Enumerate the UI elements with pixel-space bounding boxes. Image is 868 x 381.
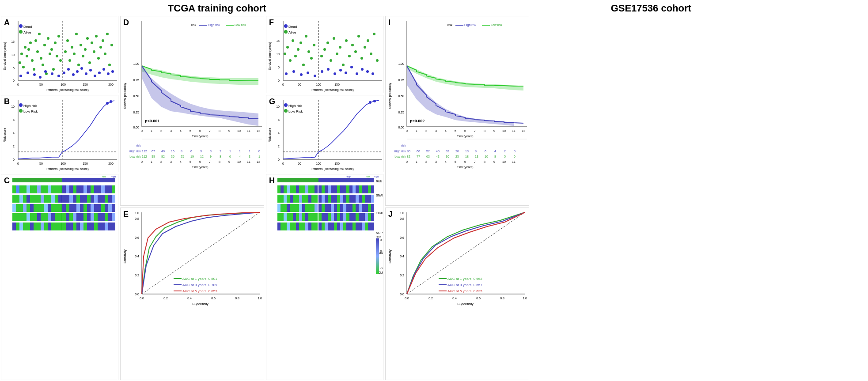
svg-rect-180 bbox=[51, 204, 55, 212]
svg-text:0.6: 0.6 bbox=[135, 236, 139, 239]
svg-point-418 bbox=[371, 72, 374, 75]
panel-c-svg: Risk SNAPC5 bbox=[1, 174, 118, 287]
svg-point-78 bbox=[111, 70, 114, 73]
svg-text:3: 3 bbox=[435, 160, 437, 163]
svg-rect-113 bbox=[27, 185, 30, 193]
svg-text:0: 0 bbox=[406, 129, 408, 132]
svg-text:High: High bbox=[346, 175, 351, 178]
svg-rect-212 bbox=[58, 213, 62, 221]
panel-i-svg: 0.00 0.25 0.50 0.75 1.00 0 1 2 3 4 5 6 7… bbox=[386, 16, 529, 206]
svg-point-57 bbox=[106, 33, 109, 35]
svg-rect-197 bbox=[112, 204, 115, 212]
content-row: A 0 5 10 15 0 50 100 150 bbox=[0, 15, 868, 381]
svg-rect-154 bbox=[66, 195, 69, 203]
svg-rect-231 bbox=[19, 223, 23, 230]
svg-rect-592 bbox=[322, 223, 325, 230]
svg-rect-250 bbox=[87, 223, 91, 230]
svg-text:0: 0 bbox=[278, 79, 280, 82]
svg-rect-479 bbox=[368, 185, 371, 193]
svg-text:1: 1 bbox=[239, 150, 241, 153]
svg-point-19 bbox=[27, 48, 30, 51]
svg-text:3: 3 bbox=[200, 150, 202, 153]
auc-5yr-gse: AUC at 5 years: 0.635 bbox=[447, 289, 482, 293]
svg-rect-585 bbox=[299, 223, 302, 230]
svg-rect-196 bbox=[108, 204, 112, 212]
svg-text:1.0: 1.0 bbox=[258, 297, 262, 300]
svg-rect-238 bbox=[44, 223, 48, 230]
svg-text:10: 10 bbox=[237, 129, 241, 132]
svg-text:15: 15 bbox=[276, 39, 280, 42]
svg-text:Low Risk: Low Risk bbox=[23, 109, 38, 113]
svg-point-103 bbox=[19, 109, 23, 113]
svg-text:SNAPC5: SNAPC5 bbox=[376, 194, 383, 197]
svg-text:40: 40 bbox=[436, 150, 440, 153]
main-container: TCGA training cohort GSE17536 cohort A 0 bbox=[0, 0, 868, 381]
tcga-left-column: A 0 5 10 15 0 50 100 150 bbox=[0, 15, 119, 381]
svg-rect-178 bbox=[44, 204, 48, 212]
svg-rect-543 bbox=[368, 204, 371, 212]
svg-rect-518 bbox=[290, 204, 293, 212]
svg-rect-487 bbox=[293, 195, 296, 203]
svg-rect-544 bbox=[371, 204, 374, 212]
svg-rect-535 bbox=[343, 204, 346, 212]
svg-text:Survival time (years): Survival time (years) bbox=[3, 42, 7, 70]
svg-rect-609 bbox=[376, 238, 379, 274]
svg-point-100 bbox=[106, 102, 109, 105]
svg-text:p=0.002: p=0.002 bbox=[410, 119, 425, 123]
svg-text:High risk: High risk bbox=[288, 104, 303, 108]
svg-rect-460 bbox=[308, 185, 311, 193]
svg-point-16 bbox=[22, 66, 25, 68]
svg-rect-490 bbox=[302, 195, 305, 203]
svg-text:8: 8 bbox=[494, 155, 496, 158]
svg-text:p<0.001: p<0.001 bbox=[145, 119, 159, 123]
svg-text:36: 36 bbox=[171, 155, 174, 158]
svg-rect-157 bbox=[76, 195, 80, 203]
svg-text:Time(years): Time(years) bbox=[192, 135, 208, 138]
svg-rect-502 bbox=[340, 195, 343, 203]
svg-rect-572 bbox=[359, 213, 362, 221]
svg-text:Survival time (years): Survival time (years) bbox=[268, 42, 272, 70]
svg-rect-186 bbox=[73, 204, 76, 212]
svg-text:7: 7 bbox=[209, 129, 211, 132]
svg-text:1: 1 bbox=[249, 150, 250, 153]
svg-rect-603 bbox=[356, 223, 359, 230]
svg-text:Patients (increasing risk scor: Patients (increasing risk score) bbox=[311, 167, 354, 171]
svg-text:4: 4 bbox=[494, 150, 496, 153]
svg-text:4: 4 bbox=[180, 160, 182, 163]
panel-e: E 0.0 0.2 0.4 0.6 0.8 1.0 0.0 0.2 bbox=[120, 207, 264, 380]
svg-rect-568 bbox=[346, 213, 349, 221]
svg-rect-110 bbox=[16, 185, 19, 193]
svg-point-406 bbox=[300, 73, 303, 76]
svg-rect-604 bbox=[359, 223, 362, 230]
svg-rect-504 bbox=[346, 195, 349, 203]
svg-text:10: 10 bbox=[11, 105, 15, 108]
svg-point-49 bbox=[88, 61, 91, 64]
tcga-middle-column: D 0.00 0.25 0.50 0.75 1.00 0 1 2 3 4 bbox=[119, 15, 265, 381]
svg-rect-482 bbox=[277, 195, 280, 203]
svg-rect-166 bbox=[108, 195, 112, 203]
panel-g: G 0 2 4 6 10 0 50 100 150 Risk score bbox=[266, 95, 383, 172]
svg-rect-567 bbox=[343, 213, 346, 221]
svg-rect-149 bbox=[48, 195, 51, 203]
panel-i: I 0.00 0.25 0.50 0.75 1.00 0 1 2 3 4 5 bbox=[385, 16, 529, 206]
svg-rect-458 bbox=[302, 185, 305, 193]
svg-rect-202 bbox=[23, 213, 27, 221]
svg-text:1: 1 bbox=[258, 155, 260, 158]
svg-text:0.8: 0.8 bbox=[135, 217, 139, 220]
svg-rect-190 bbox=[87, 204, 91, 212]
svg-text:0.2: 0.2 bbox=[163, 297, 168, 300]
svg-rect-566 bbox=[340, 213, 343, 221]
svg-text:12: 12 bbox=[257, 129, 260, 132]
svg-point-79 bbox=[19, 24, 23, 28]
svg-text:4: 4 bbox=[13, 132, 15, 135]
svg-point-402 bbox=[373, 33, 375, 35]
svg-point-24 bbox=[36, 50, 39, 53]
svg-point-101 bbox=[19, 103, 23, 107]
svg-rect-578 bbox=[277, 223, 280, 230]
svg-point-63 bbox=[39, 76, 42, 79]
svg-text:11: 11 bbox=[247, 129, 250, 132]
svg-point-53 bbox=[97, 57, 100, 60]
svg-point-42 bbox=[73, 53, 76, 55]
svg-rect-232 bbox=[23, 223, 27, 230]
svg-text:0.25: 0.25 bbox=[133, 111, 139, 114]
